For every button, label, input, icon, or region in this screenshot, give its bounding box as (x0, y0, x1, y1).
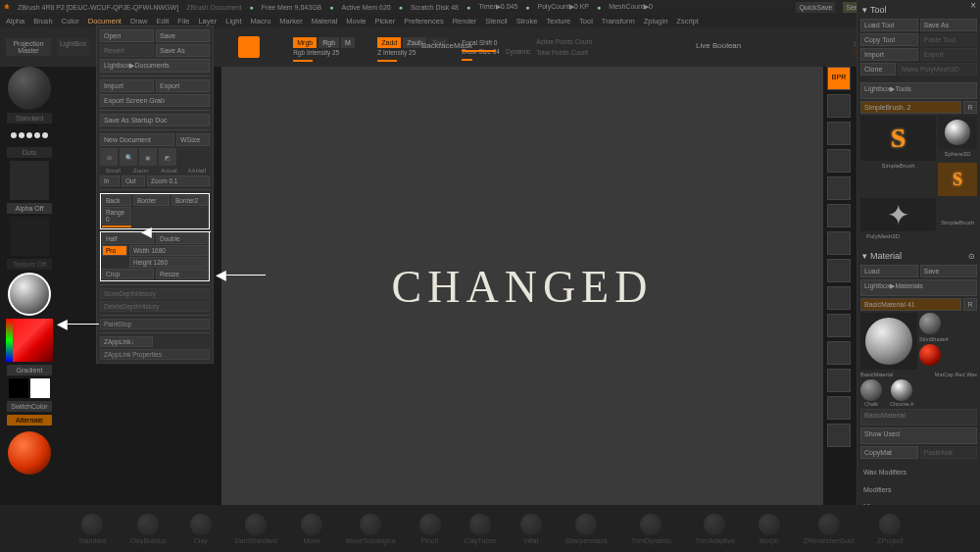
pastemat-button[interactable]: PasteMat (920, 446, 978, 459)
doc-aahalf-icon[interactable]: ◩ (159, 148, 176, 166)
mat-load-button[interactable]: Load (860, 265, 918, 277)
menu-movie[interactable]: Movie (346, 17, 366, 25)
doc-wsize-button[interactable]: WSize (176, 133, 210, 146)
doc-back-button[interactable]: Back (102, 195, 131, 206)
sphere3d-icon[interactable] (938, 116, 977, 149)
simplebrush-label[interactable]: SimpleBrush. 2 (860, 101, 961, 114)
alternate-button[interactable]: Alternate (7, 415, 52, 426)
material-panel-header[interactable]: ▾Material⊙ (860, 249, 977, 263)
doc-save-button[interactable]: Save (156, 29, 210, 42)
make-polymesh-button[interactable]: Make PolyMesh3D (898, 63, 977, 75)
texture-off-label[interactable]: Texture Off (7, 259, 52, 270)
quicksave-button[interactable]: QuickSave (796, 2, 835, 13)
doc-in-button[interactable]: In (100, 176, 120, 186)
shelf-damstandard[interactable]: DamStandard (235, 514, 277, 544)
shelf-claytubes[interactable]: ClayTubes (465, 514, 497, 544)
doc-open-button[interactable]: Open (100, 29, 154, 42)
flat-color-label[interactable]: BasicMaterial (860, 409, 977, 426)
xpose-button[interactable] (827, 424, 851, 447)
doc-zoom-icon[interactable]: 🔍 (120, 148, 137, 166)
doc-zapplink-props-button[interactable]: ZAppLink Properties (100, 349, 210, 360)
doc-store-depth-button[interactable]: StoreDepthHistory (100, 288, 210, 299)
modifiers-section[interactable]: Modifiers (860, 484, 977, 499)
stroke-dots-label[interactable]: Dots (7, 147, 52, 158)
material-preview-sphere[interactable] (8, 273, 51, 316)
menu-draw[interactable]: Draw (130, 17, 148, 25)
secondary-color-swatch[interactable] (30, 378, 50, 398)
menu-alpha[interactable]: Alpha (6, 17, 24, 25)
m-button[interactable]: M (341, 37, 355, 48)
mrgb-button[interactable]: Mrgb (293, 37, 317, 48)
menu-file[interactable]: File (177, 17, 189, 25)
clone-button[interactable]: Clone (860, 63, 896, 75)
material-preview[interactable] (860, 313, 917, 370)
menu-material[interactable]: Material (312, 17, 338, 25)
menu-tool[interactable]: Tool (579, 17, 593, 25)
menu-transform[interactable]: Transform (602, 17, 635, 25)
hue-strip[interactable] (6, 319, 13, 362)
doc-revert-button[interactable]: Revert (100, 44, 154, 57)
menu-macro[interactable]: Macro (250, 17, 270, 25)
matcap-red-swatch[interactable] (919, 344, 941, 366)
shelf-move[interactable]: Move (301, 514, 322, 544)
lightbox-tools-button[interactable]: Lightbox▶Tools (860, 82, 977, 99)
tool-r-button[interactable]: R (963, 101, 977, 114)
shelf-zremesherguide[interactable]: ZRemesherGuid (804, 514, 854, 544)
doc-import-button[interactable]: Import (100, 79, 154, 92)
texture-preview[interactable] (10, 217, 49, 256)
doc-delete-depth-button[interactable]: DeleteDepthHistory (100, 301, 210, 312)
alternate-sphere-icon[interactable] (8, 431, 51, 475)
projection-master-button[interactable]: Projection Master (6, 38, 51, 56)
shelf-trimdynamic[interactable]: TrimDynamic (631, 514, 671, 544)
switchcolor-button[interactable]: SwitchColor (7, 401, 52, 412)
main-color-swatch[interactable] (9, 378, 28, 398)
z-intensity-slider[interactable]: Z Intensity 25 (377, 49, 416, 56)
tool-export-button[interactable]: Export (920, 48, 978, 61)
menu-document[interactable]: Document (88, 17, 122, 25)
shelf-zproject[interactable]: ZProject (877, 514, 903, 544)
doc-border2-button[interactable]: Border2 (172, 195, 208, 206)
shelf-trimadaptive[interactable]: TrimAdaptive (695, 514, 735, 544)
menu-stroke[interactable]: Stroke (516, 17, 538, 25)
doc-saveas-button[interactable]: Save As (156, 44, 210, 57)
menu-render[interactable]: Render (453, 17, 477, 25)
tool-import-button[interactable]: Import (860, 48, 918, 61)
chrome-swatch[interactable] (891, 379, 912, 401)
live-boolean-label[interactable]: Live Boolean (696, 41, 741, 50)
doc-save-startup-button[interactable]: Save As Startup Doc (100, 114, 210, 126)
chalk-swatch[interactable] (860, 379, 882, 401)
aahalf-button[interactable] (827, 176, 851, 200)
menu-marker[interactable]: Marker (279, 17, 302, 25)
load-tool-button[interactable]: Load Tool (860, 19, 918, 31)
doc-scroll-icon[interactable]: ⊞ (100, 148, 118, 166)
menu-layer[interactable]: Layer (198, 17, 217, 25)
menu-edit[interactable]: Edit (156, 17, 169, 25)
stroke-dots-icon[interactable] (11, 126, 48, 144)
doc-zoom-value[interactable]: Zoom 0.1 (147, 176, 210, 186)
mat-save-button[interactable]: Save (920, 265, 978, 277)
dynamic-toggle[interactable]: Dynamic (506, 48, 530, 55)
doc-range-slider[interactable]: Range 0 (102, 207, 131, 225)
edit-mode-icon[interactable] (238, 36, 260, 58)
simplebrush-thumb-icon[interactable]: S (938, 163, 977, 196)
shelf-standard[interactable]: Standard (78, 514, 106, 544)
doc-new-button[interactable]: New Document (100, 133, 174, 146)
doc-width-field[interactable]: Width 1680 (129, 245, 208, 256)
shelf-sharpenmask[interactable]: Sharpenmask (565, 514, 608, 544)
doc-export-screen-button[interactable]: Export Screen Grab (100, 94, 210, 107)
shelf-clay[interactable]: Clay (190, 514, 212, 544)
close-icon[interactable]: × (970, 0, 976, 11)
local-button[interactable] (827, 259, 851, 282)
polymesh3d-icon[interactable]: ✦ (860, 198, 936, 231)
alpha-off-label[interactable]: Alpha Off (7, 203, 52, 214)
doc-lightbox-button[interactable]: Lightbox▶Documents (100, 59, 210, 73)
doc-export-button[interactable]: Export (156, 79, 210, 92)
rgb-button[interactable]: Rgb (318, 37, 339, 48)
doc-zapplink-button[interactable]: ZAppLink↓ (100, 336, 153, 347)
menu-light[interactable]: Light (225, 17, 241, 25)
actual-button[interactable] (827, 149, 851, 173)
shelf-inflat[interactable]: Inflat (520, 514, 542, 544)
alpha-preview[interactable] (10, 161, 49, 200)
doc-paintstop-button[interactable]: PaintStop (100, 319, 210, 329)
doc-border-button[interactable]: Border (133, 195, 170, 206)
